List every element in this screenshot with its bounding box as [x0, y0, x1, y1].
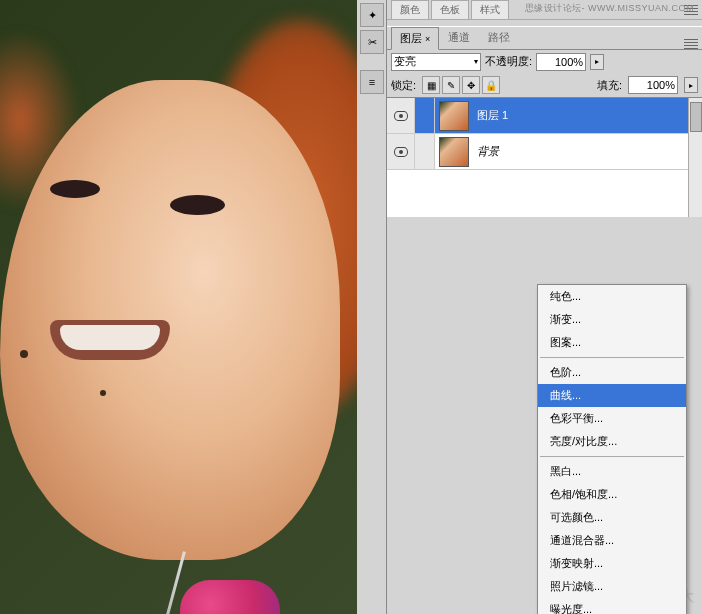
layer-thumbnail[interactable] [439, 137, 469, 167]
tool-strip: ✦ ✂ ≡ [357, 0, 387, 614]
menu-gradient[interactable]: 渐变... [538, 308, 686, 331]
visibility-toggle[interactable] [387, 98, 415, 133]
layer-thumbnail[interactable] [439, 101, 469, 131]
menu-color-balance[interactable]: 色彩平衡... [538, 407, 686, 430]
layer-row-background[interactable]: 背景 🔒 [387, 134, 702, 170]
blend-opacity-row: 变亮 ▾ 不透明度: 100% ▸ [387, 49, 702, 73]
watermark-text: 思缘设计论坛- WWW.MISSYUAN.COM [525, 2, 695, 15]
lock-pixels-button[interactable]: ✎ [442, 76, 460, 94]
lock-transparency-button[interactable]: ▦ [422, 76, 440, 94]
link-col[interactable] [415, 98, 435, 133]
fill-input[interactable]: 100% [628, 76, 678, 94]
menu-black-white[interactable]: 黑白... [538, 460, 686, 483]
opacity-arrow-icon[interactable]: ▸ [590, 54, 604, 70]
menu-exposure[interactable]: 曝光度... [538, 598, 686, 614]
menu-hue-saturation[interactable]: 色相/饱和度... [538, 483, 686, 506]
menu-brightness-contrast[interactable]: 亮度/对比度... [538, 430, 686, 453]
tab-styles[interactable]: 样式 [471, 0, 509, 19]
menu-gradient-map[interactable]: 渐变映射... [538, 552, 686, 575]
scrollbar[interactable] [688, 98, 702, 217]
layer-name[interactable]: 图层 1 [473, 108, 702, 123]
menu-selective-color[interactable]: 可选颜色... [538, 506, 686, 529]
fill-arrow-icon[interactable]: ▸ [684, 77, 698, 93]
layers-panel-menu-icon[interactable] [684, 39, 698, 49]
scroll-thumb[interactable] [690, 102, 702, 132]
blend-mode-select[interactable]: 变亮 ▾ [391, 53, 481, 71]
visibility-toggle[interactable] [387, 134, 415, 169]
lock-label: 锁定: [391, 78, 416, 93]
menu-pattern[interactable]: 图案... [538, 331, 686, 354]
tab-layers[interactable]: 图层 × [391, 27, 439, 50]
tab-channels[interactable]: 通道 [439, 26, 479, 49]
tab-paths[interactable]: 路径 [479, 26, 519, 49]
canvas-area[interactable] [0, 0, 357, 614]
lock-fill-row: 锁定: ▦ ✎ ✥ 🔒 填充: 100% ▸ [387, 73, 702, 97]
eye-icon [394, 111, 408, 121]
link-col[interactable] [415, 134, 435, 169]
layer-row-1[interactable]: 图层 1 [387, 98, 702, 134]
layers-list: 图层 1 背景 🔒 [387, 97, 702, 217]
eye-icon [394, 147, 408, 157]
opacity-input[interactable]: 100% [536, 53, 586, 71]
lock-all-button[interactable]: 🔒 [482, 76, 500, 94]
tool-button-2[interactable]: ✂ [360, 30, 384, 54]
menu-curves[interactable]: 曲线... [538, 384, 686, 407]
menu-channel-mixer[interactable]: 通道混合器... [538, 529, 686, 552]
layers-panel: 图层 × 通道 路径 变亮 ▾ 不透明度: 100% ▸ 锁定: ▦ ✎ ✥ 🔒… [387, 26, 702, 217]
lock-position-button[interactable]: ✥ [462, 76, 480, 94]
menu-levels[interactable]: 色阶... [538, 361, 686, 384]
tool-button-1[interactable]: ✦ [360, 3, 384, 27]
menu-photo-filter[interactable]: 照片滤镜... [538, 575, 686, 598]
layer-name[interactable]: 背景 [473, 144, 682, 159]
chevron-down-icon: ▾ [474, 57, 478, 66]
opacity-label: 不透明度: [485, 54, 532, 69]
fill-label: 填充: [597, 78, 622, 93]
adjustment-layer-menu: 纯色... 渐变... 图案... 色阶... 曲线... 色彩平衡... 亮度… [537, 284, 687, 614]
layers-panel-tabs: 图层 × 通道 路径 [387, 27, 702, 49]
tab-swatches[interactable]: 色板 [431, 0, 469, 19]
tab-color[interactable]: 颜色 [391, 0, 429, 19]
tool-button-3[interactable]: ≡ [360, 70, 384, 94]
menu-solid-color[interactable]: 纯色... [538, 285, 686, 308]
